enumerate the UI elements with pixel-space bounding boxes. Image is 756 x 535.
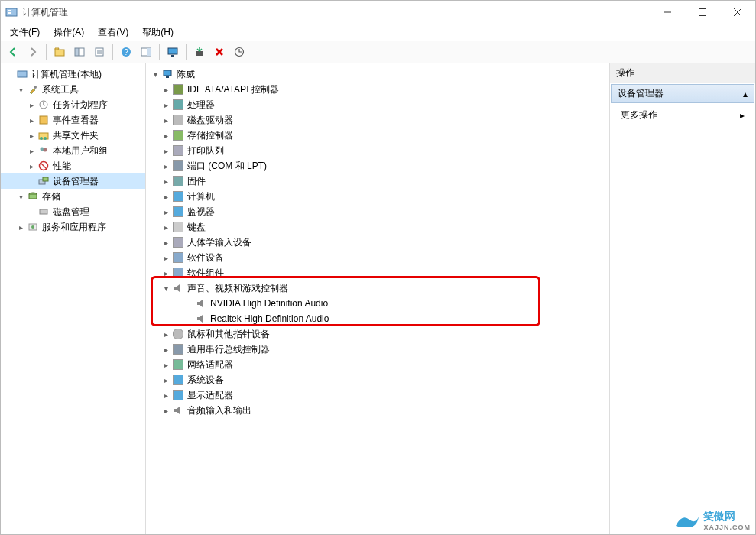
device-root[interactable]: ▾ 陈威 — [146, 66, 609, 82]
menu-file[interactable]: 文件(F) — [4, 24, 46, 41]
device-hid[interactable]: ▸人体学输入设备 — [146, 235, 609, 250]
maximize-button[interactable] — [685, 1, 720, 24]
tree-event-viewer[interactable]: ▸ 事件查看器 — [1, 112, 145, 128]
chevron-right-icon[interactable]: ▸ — [160, 238, 172, 247]
chevron-right-icon[interactable]: ▸ — [160, 193, 172, 201]
app-icon — [5, 6, 18, 18]
device-label: 网络适配器 — [187, 358, 233, 371]
device-display[interactable]: ▸显示适配器 — [146, 387, 609, 403]
chevron-right-icon[interactable]: ▸ — [160, 269, 172, 277]
monitor-icon[interactable] — [164, 43, 182, 61]
scan-hardware-button[interactable] — [190, 43, 209, 61]
device-mouse[interactable]: ▸鼠标和其他指针设备 — [146, 326, 609, 342]
back-button[interactable] — [4, 43, 22, 61]
device-computer[interactable]: ▸计算机 — [146, 189, 609, 204]
device-ports[interactable]: ▸端口 (COM 和 LPT) — [146, 158, 609, 173]
chevron-right-icon[interactable]: ▸ — [160, 177, 172, 186]
help-button[interactable]: ? — [117, 43, 135, 61]
chevron-right-icon[interactable]: ▸ — [160, 376, 172, 384]
device-usb[interactable]: ▸通用串行总线控制器 — [146, 342, 609, 357]
uninstall-button[interactable] — [210, 43, 229, 61]
chevron-right-icon[interactable]: ▸ — [15, 223, 27, 232]
chevron-right-icon[interactable]: ▸ — [25, 147, 37, 155]
chevron-right-icon[interactable]: ▸ — [160, 208, 172, 216]
device-label: 监视器 — [187, 206, 215, 219]
device-monitor[interactable]: ▸监视器 — [146, 204, 609, 219]
close-button[interactable] — [720, 1, 755, 24]
device-keyboard[interactable]: ▸键盘 — [146, 219, 609, 235]
show-hide-tree-button[interactable] — [70, 43, 89, 61]
chevron-right-icon[interactable]: ▸ — [25, 131, 37, 140]
device-nvidia-audio[interactable]: NVIDIA High Definition Audio — [146, 296, 609, 311]
collapse-icon[interactable]: ▴ — [743, 89, 748, 99]
device-software-dev[interactable]: ▸软件设备 — [146, 250, 609, 265]
chevron-right-icon[interactable]: ▸ — [160, 361, 172, 369]
chevron-right-icon[interactable]: ▸ — [25, 116, 37, 125]
chevron-right-icon[interactable]: ▸ — [160, 254, 172, 262]
chevron-right-icon: ▸ — [740, 110, 745, 121]
tree-shared-folders[interactable]: ▸ 共享文件夹 — [1, 128, 145, 143]
chevron-right-icon[interactable]: ▸ — [160, 345, 172, 354]
chevron-right-icon[interactable]: ▸ — [160, 223, 172, 232]
firmware-icon — [172, 175, 184, 187]
tree-task-scheduler[interactable]: ▸ 任务计划程序 — [1, 97, 145, 112]
device-tree[interactable]: ▾ 陈威 ▸IDE ATA/ATAPI 控制器 ▸处理器 ▸磁盘驱动器 ▸存储控… — [146, 63, 610, 534]
tree-storage[interactable]: ▾ 存储 — [1, 189, 145, 204]
device-storage[interactable]: ▸存储控制器 — [146, 128, 609, 143]
performance-icon — [37, 160, 50, 172]
chevron-right-icon[interactable]: ▸ — [160, 101, 172, 109]
forward-button[interactable] — [24, 43, 42, 61]
separator — [186, 44, 187, 60]
tree-device-manager[interactable]: 设备管理器 — [1, 173, 145, 189]
tree-services[interactable]: ▸ 服务和应用程序 — [1, 219, 145, 235]
users-icon — [37, 144, 50, 157]
chevron-right-icon[interactable]: ▸ — [160, 407, 172, 415]
chevron-right-icon[interactable]: ▸ — [160, 86, 172, 94]
chevron-right-icon[interactable]: ▸ — [160, 391, 172, 400]
tree-root[interactable]: 计算机管理(本地) — [1, 66, 145, 82]
chevron-right-icon[interactable]: ▸ — [160, 131, 172, 140]
device-firmware[interactable]: ▸固件 — [146, 173, 609, 189]
update-driver-button[interactable] — [230, 43, 248, 61]
chevron-down-icon[interactable]: ▾ — [15, 193, 27, 201]
usb-icon — [172, 343, 184, 355]
hid-icon — [172, 236, 184, 248]
console-tree[interactable]: 计算机管理(本地) ▾ 系统工具 ▸ 任务计划程序 ▸ 事件查看器 ▸ 共享文件… — [1, 63, 146, 534]
properties-button[interactable] — [90, 43, 109, 61]
menu-help[interactable]: 帮助(H) — [136, 24, 180, 41]
tree-disk-mgmt[interactable]: 磁盘管理 — [1, 204, 145, 219]
chevron-down-icon[interactable]: ▾ — [15, 86, 27, 94]
device-software-comp[interactable]: ▸软件组件 — [146, 265, 609, 280]
chevron-right-icon[interactable]: ▸ — [160, 147, 172, 155]
svg-rect-27 — [40, 116, 47, 124]
chevron-right-icon[interactable]: ▸ — [25, 162, 37, 170]
device-sound[interactable]: ▾声音、视频和游戏控制器 — [146, 280, 609, 296]
up-folder-button[interactable] — [50, 43, 69, 61]
device-label: 磁盘驱动器 — [187, 114, 233, 127]
chevron-right-icon[interactable]: ▸ — [160, 330, 172, 339]
chevron-right-icon[interactable]: ▸ — [160, 116, 172, 125]
actions-section[interactable]: 设备管理器 ▴ — [611, 84, 754, 103]
device-print[interactable]: ▸打印队列 — [146, 143, 609, 158]
chevron-right-icon[interactable]: ▸ — [25, 101, 37, 109]
chevron-right-icon[interactable]: ▸ — [160, 162, 172, 170]
toolbar: ? — [1, 41, 755, 63]
device-network[interactable]: ▸网络适配器 — [146, 357, 609, 372]
device-audio-io[interactable]: ▸音频输入和输出 — [146, 403, 609, 418]
device-system[interactable]: ▸系统设备 — [146, 372, 609, 387]
tree-local-users[interactable]: ▸ 本地用户和组 — [1, 143, 145, 158]
tree-performance[interactable]: ▸ 性能 — [1, 158, 145, 173]
device-ide[interactable]: ▸IDE ATA/ATAPI 控制器 — [146, 82, 609, 97]
chevron-down-icon[interactable]: ▾ — [149, 70, 161, 79]
more-actions[interactable]: 更多操作 ▸ — [610, 104, 755, 126]
chevron-down-icon[interactable]: ▾ — [160, 284, 172, 293]
device-disk[interactable]: ▸磁盘驱动器 — [146, 112, 609, 128]
tree-label: 事件查看器 — [53, 114, 99, 127]
tree-system-tools[interactable]: ▾ 系统工具 — [1, 82, 145, 97]
device-cpu[interactable]: ▸处理器 — [146, 97, 609, 112]
menu-view[interactable]: 查看(V) — [92, 24, 135, 41]
minimize-button[interactable] — [650, 1, 685, 24]
menu-action[interactable]: 操作(A) — [47, 24, 90, 41]
action-pane-button[interactable] — [137, 43, 155, 61]
device-realtek-audio[interactable]: Realtek High Definition Audio — [146, 311, 609, 326]
